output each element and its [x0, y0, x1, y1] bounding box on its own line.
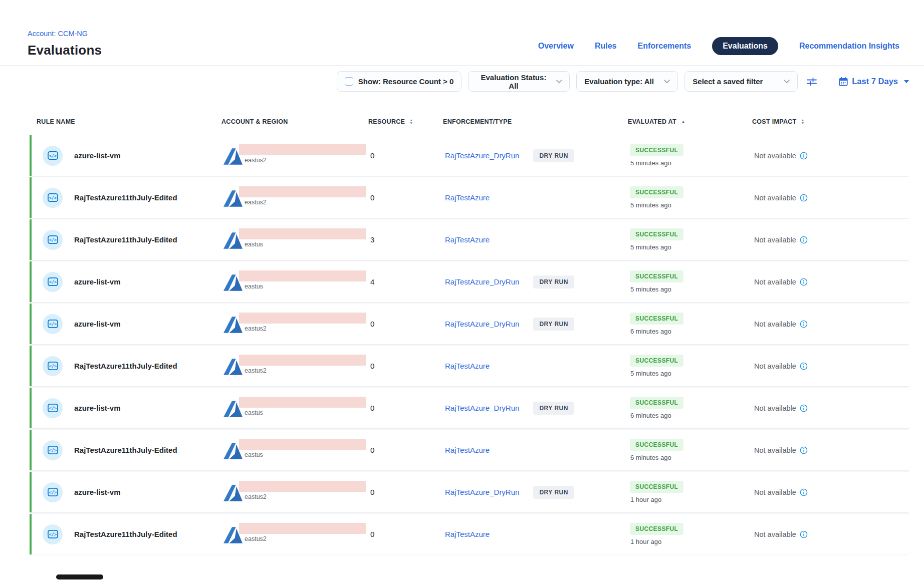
rule-icon: </>: [43, 146, 63, 166]
redacted-account-bar: [239, 313, 366, 324]
region-label: eastus2: [239, 157, 366, 164]
info-icon[interactable]: [800, 152, 808, 160]
table-row[interactable]: </> azure-list-vm eastus2 0 RajTestAzure…: [30, 135, 909, 176]
evaluation-type-select[interactable]: Evaluation type: All: [576, 71, 678, 92]
evaluations-table: RULE NAME ACCOUNT & REGION RESOURCE ▲▼ E…: [30, 114, 909, 554]
evaluated-time: 5 minutes ago: [630, 285, 671, 293]
cost-impact-value: Not available: [754, 320, 796, 328]
status-badge: SUCCESSFUL: [630, 186, 683, 198]
enforcement-link[interactable]: RajTestAzure: [445, 446, 490, 454]
resource-count: 3: [370, 235, 374, 244]
info-icon[interactable]: [800, 404, 808, 412]
table-row[interactable]: </> RajTestAzure11thJuly-Edited eastus 0…: [30, 430, 909, 470]
saved-filter-select[interactable]: Select a saved filter: [684, 71, 798, 92]
resource-count: 0: [370, 362, 374, 370]
rule-icon: </>: [43, 230, 63, 250]
redacted-account-bar: [239, 397, 366, 408]
sort-icon-resource[interactable]: ▲▼: [409, 119, 413, 125]
region-label: eastus: [239, 451, 366, 458]
enforcement-link[interactable]: RajTestAzure: [445, 362, 490, 370]
table-row[interactable]: </> RajTestAzure11thJuly-Edited eastus 3…: [30, 219, 909, 260]
filter-settings-button[interactable]: [804, 77, 819, 87]
tab-recommendation-insights[interactable]: Recommendation Insights: [799, 42, 899, 51]
dry-run-badge: DRY RUN: [533, 486, 574, 499]
evaluation-status-select[interactable]: Evaluation Status: All: [468, 71, 570, 92]
table-row[interactable]: </> azure-list-vm eastus2 0 RajTestAzure…: [30, 304, 909, 344]
info-icon[interactable]: [800, 446, 808, 454]
sliders-icon: [806, 77, 817, 87]
col-evaluated-at: EVALUATED AT: [628, 118, 676, 125]
rule-icon: </>: [43, 524, 63, 544]
filter-divider: [829, 72, 829, 92]
dry-run-badge: DRY RUN: [533, 318, 574, 331]
date-range-picker[interactable]: Last 7 Days: [839, 77, 909, 86]
info-icon[interactable]: [800, 236, 808, 244]
info-icon[interactable]: [800, 362, 808, 370]
enforcement-link[interactable]: RajTestAzure: [445, 193, 490, 202]
enforcement-link[interactable]: RajTestAzure_DryRun: [445, 151, 519, 160]
evaluated-time: 6 minutes ago: [630, 328, 671, 335]
sort-icon-evaluated-at-asc[interactable]: ▲: [681, 119, 685, 124]
horizontal-scrollbar-thumb[interactable]: [56, 574, 103, 579]
rule-name: azure-list-vm: [74, 404, 121, 412]
chevron-down-icon: [784, 80, 790, 84]
table-row[interactable]: </> azure-list-vm eastus 0 RajTestAzure_…: [30, 388, 909, 428]
region-label: eastus2: [239, 493, 366, 500]
rule-name: azure-list-vm: [74, 488, 121, 496]
account-breadcrumb-link[interactable]: Account: CCM-NG: [28, 30, 88, 38]
table-row[interactable]: </> azure-list-vm eastus 4 RajTestAzure_…: [30, 261, 909, 302]
resource-count: 0: [370, 151, 374, 160]
tab-evaluations[interactable]: Evaluations: [712, 37, 778, 55]
rule-name: RajTestAzure11thJuly-Edited: [74, 235, 177, 244]
top-navigation: Overview Rules Enforcements Evaluations …: [538, 37, 899, 58]
table-body: </> azure-list-vm eastus2 0 RajTestAzure…: [30, 135, 909, 554]
tab-rules[interactable]: Rules: [595, 42, 617, 51]
svg-text:</>: </>: [49, 195, 56, 200]
enforcement-link[interactable]: RajTestAzure_DryRun: [445, 320, 519, 328]
redacted-account-bar: [239, 228, 366, 239]
cost-impact-value: Not available: [754, 362, 796, 370]
resource-count-filter[interactable]: Show: Resource Count > 0: [337, 71, 461, 92]
region-label: eastus2: [239, 325, 366, 332]
status-badge: SUCCESSFUL: [630, 439, 683, 451]
rule-icon: </>: [43, 482, 63, 502]
svg-text:</>: </>: [49, 237, 56, 242]
table-row[interactable]: </> RajTestAzure11thJuly-Edited eastus2 …: [30, 514, 909, 554]
redacted-account-bar: [239, 523, 366, 534]
rule-name: RajTestAzure11thJuly-Edited: [74, 530, 177, 538]
evaluated-time: 5 minutes ago: [630, 159, 671, 167]
evaluation-status-value: Evaluation Status: All: [476, 73, 551, 90]
status-badge: SUCCESSFUL: [630, 523, 683, 535]
info-icon[interactable]: [800, 530, 808, 538]
rule-icon: </>: [43, 188, 63, 208]
redacted-account-bar: [239, 439, 366, 450]
info-icon[interactable]: [800, 278, 808, 286]
cost-impact-value: Not available: [754, 236, 796, 244]
page-title: Evaluations: [28, 43, 102, 58]
status-badge: SUCCESSFUL: [630, 144, 683, 156]
table-row[interactable]: </> azure-list-vm eastus2 0 RajTestAzure…: [30, 472, 909, 512]
enforcement-link[interactable]: RajTestAzure_DryRun: [445, 404, 519, 412]
info-icon[interactable]: [800, 194, 808, 202]
table-row[interactable]: </> RajTestAzure11thJuly-Edited eastus2 …: [30, 177, 909, 218]
info-icon[interactable]: [800, 320, 808, 328]
enforcement-link[interactable]: RajTestAzure: [445, 530, 490, 538]
enforcement-link[interactable]: RajTestAzure_DryRun: [445, 277, 519, 286]
resource-count-checkbox[interactable]: [345, 77, 353, 86]
tab-overview[interactable]: Overview: [538, 42, 574, 51]
svg-text:</>: </>: [49, 532, 56, 537]
table-row[interactable]: </> RajTestAzure11thJuly-Edited eastus2 …: [30, 346, 909, 386]
cost-impact-value: Not available: [754, 194, 796, 202]
region-label: eastus: [239, 283, 366, 290]
tab-enforcements[interactable]: Enforcements: [637, 42, 691, 51]
enforcement-link[interactable]: RajTestAzure: [445, 235, 490, 244]
col-enforcement-type: ENFORCEMENT/TYPE: [443, 118, 512, 125]
enforcement-link[interactable]: RajTestAzure_DryRun: [445, 488, 519, 496]
cost-impact-value: Not available: [754, 404, 796, 412]
info-icon[interactable]: [800, 488, 808, 496]
sort-icon-cost-impact[interactable]: ▲▼: [801, 119, 804, 125]
cost-impact-value: Not available: [754, 530, 796, 538]
cost-impact-value: Not available: [754, 152, 796, 160]
redacted-account-bar: [239, 355, 366, 366]
rule-icon: </>: [43, 272, 63, 292]
